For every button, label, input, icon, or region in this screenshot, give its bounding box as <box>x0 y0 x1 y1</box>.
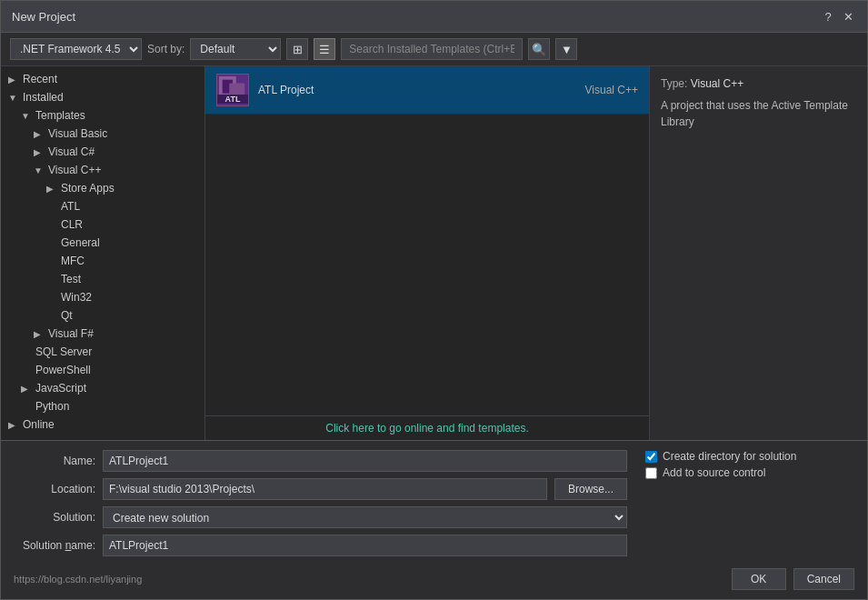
sidebar-item-python[interactable]: Python <box>1 397 205 415</box>
solution-label: Solution: <box>14 511 95 524</box>
sidebar: Recent Installed Templates <box>1 66 205 440</box>
clr-label: CLR <box>61 218 83 231</box>
sidebar-item-test[interactable]: Test <box>1 270 205 288</box>
py-label: Python <box>35 400 69 413</box>
help-button[interactable]: ? <box>820 8 836 25</box>
cpp-arrow <box>34 165 45 175</box>
sidebar-item-visual-cpp[interactable]: Visual C++ <box>1 161 205 179</box>
create-directory-checkbox[interactable] <box>645 451 657 463</box>
sidebar-item-templates[interactable]: Templates <box>1 106 205 125</box>
ps-label: PowerShell <box>35 364 91 376</box>
installed-arrow <box>8 93 19 103</box>
qt-label: Qt <box>61 309 73 322</box>
solution-select[interactable]: Create new solution <box>103 506 627 528</box>
template-icon-atl: ATL <box>216 74 249 106</box>
sort-label: Sort by: <box>147 43 185 55</box>
js-arrow <box>21 384 32 394</box>
desc-type-row: Type: Visual C++ <box>661 77 856 90</box>
vb-label: Visual Basic <box>48 127 107 140</box>
svg-text:ATL: ATL <box>224 93 237 101</box>
sidebar-item-general[interactable]: General <box>1 234 205 252</box>
sidebar-item-mfc[interactable]: MFC <box>1 252 205 270</box>
sql-label: SQL Server <box>35 345 92 358</box>
atl-icon: ATL <box>216 74 249 106</box>
sidebar-item-sql-server[interactable]: SQL Server <box>1 343 205 361</box>
description-panel: Type: Visual C++ A project that uses the… <box>649 66 867 440</box>
cancel-button[interactable]: Cancel <box>793 568 854 590</box>
bottom-left: Name: Location: Browse... Solution: Crea… <box>14 450 627 563</box>
sidebar-item-qt[interactable]: Qt <box>1 306 205 325</box>
template-type-atl: Visual C++ <box>565 84 638 96</box>
sidebar-item-atl[interactable]: ATL <box>1 197 205 215</box>
sidebar-item-clr[interactable]: CLR <box>1 215 205 234</box>
framework-select[interactable]: .NET Framework 4.5 <box>10 38 142 60</box>
recent-arrow <box>8 75 19 85</box>
location-input[interactable] <box>103 478 547 500</box>
sidebar-item-visual-fsharp[interactable]: Visual F# <box>1 325 205 343</box>
installed-label: Installed <box>23 91 64 104</box>
js-label: JavaScript <box>35 382 86 395</box>
templates-label: Templates <box>35 109 85 122</box>
solution-row: Solution: Create new solution <box>14 506 627 528</box>
mfc-label: MFC <box>61 255 85 267</box>
recent-label: Recent <box>23 73 57 85</box>
bottom-buttons: https://blog.csdn.net/liyanjing OK Cance… <box>14 568 854 590</box>
online-link-bar: Click here to go online and find templat… <box>205 415 649 440</box>
online-link[interactable]: Click here to go online and find templat… <box>325 422 528 435</box>
add-source-control-checkbox[interactable] <box>645 467 657 479</box>
grid-view-button[interactable]: ⊞ <box>286 38 308 60</box>
browse-button[interactable]: Browse... <box>554 478 627 500</box>
atl-nav-label: ATL <box>61 200 80 213</box>
store-label: Store Apps <box>61 182 115 195</box>
search-input[interactable] <box>341 38 523 60</box>
sidebar-item-store-apps[interactable]: Store Apps <box>1 179 205 197</box>
name-label: Name: <box>14 455 95 467</box>
sidebar-item-installed[interactable]: Installed <box>1 88 205 106</box>
sidebar-item-win32[interactable]: Win32 <box>1 288 205 306</box>
titlebar-buttons: ? ✕ <box>820 8 856 25</box>
templates-arrow <box>21 111 32 121</box>
bottom-right: Create directory for solution Add to sou… <box>636 450 854 563</box>
desc-type-value: Visual C++ <box>691 77 743 90</box>
main-content: .NET Framework 4.5 Sort by: Default ⊞ ☰ … <box>1 33 867 599</box>
sidebar-item-online[interactable]: Online <box>1 415 205 434</box>
url-text: https://blog.csdn.net/liyanjing <box>14 574 724 585</box>
sidebar-item-visual-csharp[interactable]: Visual C# <box>1 143 205 161</box>
online-label: Online <box>23 418 55 431</box>
search-options-button[interactable]: ▼ <box>555 38 577 60</box>
sidebar-item-recent[interactable]: Recent <box>1 70 205 88</box>
sidebar-item-powershell[interactable]: PowerShell <box>1 361 205 379</box>
titlebar: New Project ? ✕ <box>1 1 867 33</box>
name-input[interactable] <box>103 450 627 472</box>
content-area: ATL ATL Project Visual C++ Click here to… <box>205 66 649 440</box>
sort-select[interactable]: Default <box>190 38 281 60</box>
sidebar-item-javascript[interactable]: JavaScript <box>1 379 205 397</box>
solution-name-underline: n <box>65 539 72 552</box>
fs-label: Visual F# <box>48 327 94 340</box>
online-arrow <box>8 420 19 430</box>
store-arrow <box>46 184 57 194</box>
general-label: General <box>61 236 100 249</box>
search-button[interactable]: 🔍 <box>528 38 550 60</box>
win32-label: Win32 <box>61 291 92 304</box>
ok-button[interactable]: OK <box>732 568 786 590</box>
template-name-atl: ATL Project <box>258 84 565 96</box>
cs-label: Visual C# <box>48 145 95 158</box>
cpp-label: Visual C++ <box>48 164 101 176</box>
solution-name-row: Solution name: <box>14 535 627 556</box>
new-project-dialog: New Project ? ✕ .NET Framework 4.5 Sort … <box>0 0 868 600</box>
template-item-atl[interactable]: ATL ATL Project Visual C++ <box>205 66 649 115</box>
fs-arrow <box>34 329 45 339</box>
close-button[interactable]: ✕ <box>840 8 856 25</box>
solution-name-input[interactable] <box>103 535 627 556</box>
location-row: Location: Browse... <box>14 478 627 500</box>
add-source-control-label[interactable]: Add to source control <box>663 466 765 479</box>
bottom-form: Name: Location: Browse... Solution: Crea… <box>1 440 867 599</box>
body-area: Recent Installed Templates <box>1 66 867 440</box>
toolbar: .NET Framework 4.5 Sort by: Default ⊞ ☰ … <box>1 33 867 66</box>
create-directory-row: Create directory for solution <box>645 450 854 463</box>
sidebar-item-visual-basic[interactable]: Visual Basic <box>1 125 205 143</box>
create-directory-label[interactable]: Create directory for solution <box>663 450 796 463</box>
desc-type-label: Type: <box>661 77 687 90</box>
list-view-button[interactable]: ☰ <box>314 38 335 60</box>
